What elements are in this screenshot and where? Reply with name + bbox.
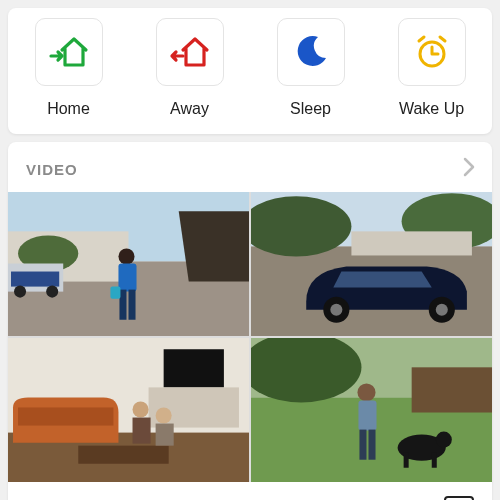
alarm-icon [398,18,466,86]
svg-rect-13 [129,290,136,320]
chevron-right-icon [460,156,478,182]
mode-label: Wake Up [399,100,464,118]
house-in-icon [35,18,103,86]
expand-button[interactable] [444,496,474,500]
svg-rect-19 [351,231,472,255]
mode-label: Sleep [290,100,331,118]
moon-icon [277,18,345,86]
svg-rect-37 [412,367,492,412]
camera-thumb-2[interactable] [251,192,492,336]
svg-point-21 [330,304,342,316]
svg-rect-39 [358,400,376,430]
camera-thumb-1[interactable] [8,192,249,336]
svg-rect-31 [133,418,151,444]
svg-rect-26 [164,349,224,387]
svg-rect-14 [110,287,120,299]
video-grid [8,192,492,482]
camera-thumb-3[interactable] [8,338,249,482]
svg-point-23 [436,304,448,316]
video-footer: All Cameras [8,482,492,500]
house-out-icon [156,18,224,86]
svg-point-43 [436,432,452,448]
svg-rect-12 [119,290,126,320]
svg-rect-45 [432,453,437,468]
camera-thumb-4[interactable] [251,338,492,482]
video-section-title: VIDEO [26,161,78,178]
mode-label: Home [47,100,90,118]
svg-rect-7 [11,272,59,287]
svg-point-9 [46,286,58,298]
modes-row: Home Away Sleep [8,18,492,118]
svg-point-32 [156,407,172,423]
mode-home[interactable]: Home [14,18,124,118]
svg-point-8 [14,286,26,298]
video-card: VIDEO [8,142,492,500]
svg-rect-41 [368,430,375,460]
svg-rect-29 [78,446,168,464]
svg-rect-28 [18,407,113,425]
svg-rect-33 [156,424,174,446]
mode-sleep[interactable]: Sleep [256,18,366,118]
svg-rect-11 [118,263,136,291]
svg-rect-40 [359,430,366,460]
svg-point-38 [357,383,375,401]
mode-wakeup[interactable]: Wake Up [377,18,487,118]
svg-point-30 [133,401,149,417]
svg-rect-44 [404,453,409,468]
mode-away[interactable]: Away [135,18,245,118]
modes-card: Home Away Sleep [8,8,492,134]
svg-point-10 [118,248,134,264]
svg-marker-4 [179,211,249,281]
video-header[interactable]: VIDEO [8,142,492,192]
mode-label: Away [170,100,209,118]
